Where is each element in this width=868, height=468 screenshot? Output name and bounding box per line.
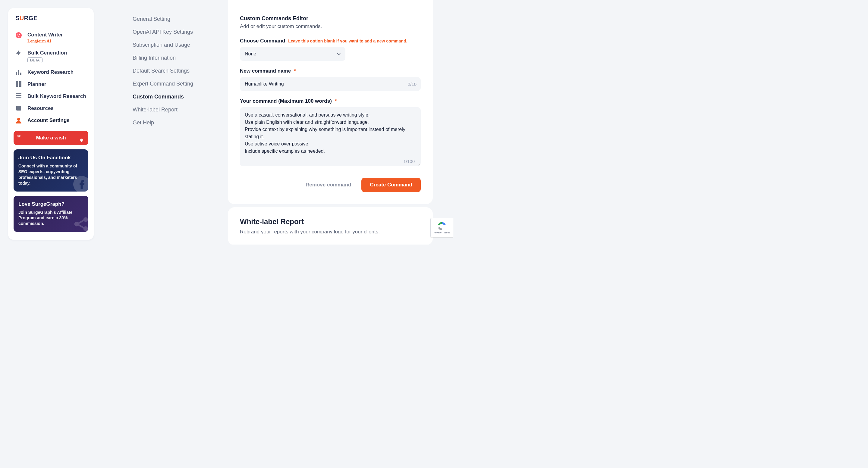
- subnav-billing-information[interactable]: Billing Information: [133, 52, 211, 64]
- svg-rect-4: [18, 70, 19, 75]
- settings-subnav: General Setting OpenAI API Key Settings …: [133, 13, 211, 129]
- custom-commands-panel: Custom Commands Editor Add or edit your …: [228, 0, 433, 204]
- sidebar-item-account-settings[interactable]: Account Settings: [13, 114, 88, 127]
- subnav-subscription-usage[interactable]: Subscription and Usage: [133, 38, 211, 52]
- planner-icon: [16, 81, 22, 87]
- sidebar-item-label: Bulk Keyword Research: [27, 93, 86, 99]
- svg-rect-6: [16, 81, 18, 87]
- subnav-openai-api-key[interactable]: OpenAI API Key Settings: [133, 26, 211, 38]
- share-icon: [72, 215, 88, 232]
- white-label-title: White-label Report: [240, 218, 421, 226]
- choose-command-value: None: [245, 51, 256, 57]
- command-text-label: Your command (Maximum 100 words)*: [240, 98, 421, 104]
- svg-rect-3: [16, 72, 17, 75]
- svg-rect-5: [20, 73, 22, 75]
- editor-subtitle: Add or edit your custom commands.: [240, 24, 421, 30]
- promo-affiliate-card[interactable]: Love SurgeGraph? Join SurgeGraph's Affil…: [13, 196, 88, 232]
- sidebar-item-label: Keyword Research: [27, 69, 73, 75]
- svg-rect-7: [19, 81, 22, 87]
- promo-wish-text: Make a wish: [36, 135, 66, 141]
- remove-command-button[interactable]: Remove command: [304, 181, 353, 188]
- sidebar-item-sublabel: Longform AI: [27, 39, 51, 43]
- sidebar-item-content-writer[interactable]: Content Writer Longform AI: [13, 29, 88, 47]
- svg-point-0: [16, 32, 22, 38]
- choose-command-hint: Leave this option blank if you want to a…: [288, 38, 407, 43]
- svg-point-15: [84, 218, 88, 222]
- book-icon: [16, 105, 22, 111]
- subnav-custom-commands[interactable]: Custom Commands: [133, 90, 211, 103]
- facebook-icon: [73, 176, 88, 192]
- sidebar-item-label: Account Settings: [27, 118, 70, 124]
- subnav-expert-command-setting[interactable]: Expert Command Setting: [133, 77, 211, 90]
- svg-point-1: [18, 34, 19, 35]
- chevron-down-icon: [337, 51, 341, 57]
- user-icon: [16, 118, 22, 124]
- white-label-subtitle: Rebrand your reports with your company l…: [240, 229, 421, 235]
- promo-title: Love SurgeGraph?: [19, 201, 84, 207]
- editor-title: Custom Commands Editor: [240, 15, 421, 22]
- svg-point-2: [19, 34, 20, 35]
- subnav-general-setting[interactable]: General Setting: [133, 13, 211, 26]
- app-sidebar: SURGE Content Writer Longform AI Bulk Ge…: [8, 8, 94, 240]
- svg-rect-8: [16, 93, 22, 94]
- command-name-counter: 2/10: [408, 81, 416, 87]
- sidebar-item-label: Planner: [27, 81, 46, 87]
- svg-point-14: [74, 222, 79, 227]
- svg-point-12: [17, 118, 20, 121]
- beta-badge: BETA: [27, 57, 42, 63]
- recaptcha-badge: Privacy - Terms: [430, 218, 453, 237]
- sidebar-item-resources[interactable]: Resources: [13, 102, 88, 114]
- svg-rect-11: [16, 106, 21, 110]
- subnav-default-search-settings[interactable]: Default Search Settings: [133, 64, 211, 77]
- subnav-white-label-report[interactable]: White-label Report: [133, 103, 211, 116]
- snowflake-icon: ❄: [17, 134, 21, 138]
- sidebar-item-label: Resources: [27, 105, 54, 111]
- snowflake-icon: ❄: [80, 138, 84, 143]
- promo-title: Join Us On Facebook: [19, 155, 84, 161]
- recaptcha-icon: [437, 222, 447, 231]
- sidebar-item-keyword-research[interactable]: Keyword Research: [13, 66, 88, 78]
- bar-chart-icon: [16, 69, 22, 75]
- create-command-button[interactable]: Create Command: [361, 178, 421, 192]
- sidebar-item-bulk-keyword-research[interactable]: Bulk Keyword Research: [13, 90, 88, 102]
- svg-rect-9: [16, 95, 22, 96]
- choose-command-select[interactable]: None: [240, 47, 345, 61]
- choose-command-label: Choose Command Leave this option blank i…: [240, 38, 421, 44]
- sidebar-item-planner[interactable]: Planner: [13, 78, 88, 90]
- sidebar-item-bulk-generation[interactable]: Bulk Generation BETA: [13, 47, 88, 66]
- bolt-icon: [16, 50, 22, 56]
- command-name-label: New command name*: [240, 68, 421, 74]
- command-text-input[interactable]: [240, 107, 421, 166]
- content-writer-icon: [16, 32, 22, 38]
- sidebar-item-label: Content Writer: [27, 32, 63, 38]
- svg-point-16: [84, 227, 88, 231]
- command-name-input[interactable]: [240, 77, 421, 91]
- subnav-get-help[interactable]: Get Help: [133, 116, 211, 129]
- brand-logo: SURGE: [13, 15, 88, 22]
- svg-rect-10: [16, 97, 22, 98]
- sidebar-item-label: Bulk Generation: [27, 50, 67, 56]
- promo-facebook-card[interactable]: Join Us On Facebook Connect with a commu…: [13, 149, 88, 192]
- divider: [240, 5, 421, 5]
- promo-make-a-wish[interactable]: ❄ Make a wish ❄: [13, 131, 88, 145]
- list-icon: [16, 93, 22, 98]
- command-text-counter: 1/100: [403, 159, 415, 164]
- white-label-card: White-label Report Rebrand your reports …: [228, 207, 433, 244]
